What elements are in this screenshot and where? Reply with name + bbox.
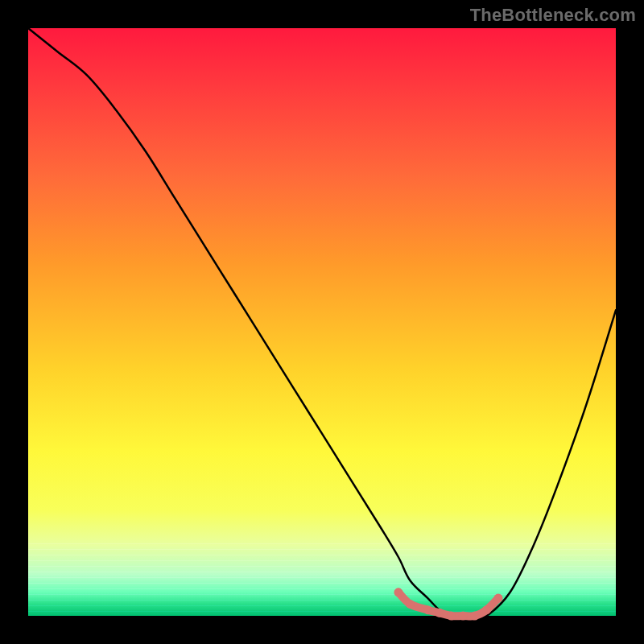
optimal-point — [436, 609, 444, 617]
watermark-text: TheBottleneck.com — [470, 5, 636, 26]
bottleneck-curve-path — [28, 28, 616, 617]
optimal-point — [482, 605, 491, 614]
optimal-point — [394, 588, 402, 597]
optimal-point — [459, 612, 468, 621]
optimal-point — [470, 612, 479, 621]
optimal-point — [423, 605, 432, 614]
plot-area — [28, 28, 616, 616]
chart-frame: TheBottleneck.com — [0, 0, 644, 644]
optimal-point — [447, 612, 456, 621]
optimal-point — [406, 600, 415, 609]
curve-layer — [28, 28, 616, 616]
optimal-point — [494, 594, 503, 603]
